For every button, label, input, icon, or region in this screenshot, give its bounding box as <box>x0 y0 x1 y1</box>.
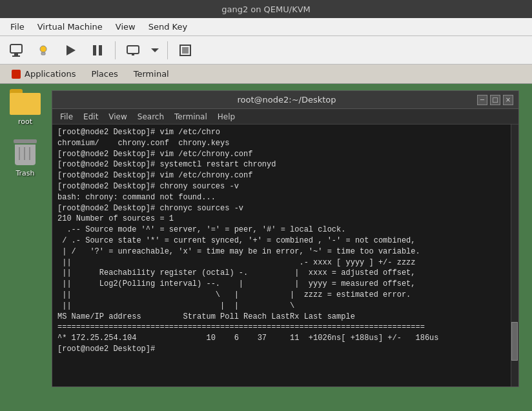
terminal-menu-file[interactable]: File <box>55 111 78 123</box>
terminal-menu-bar: File Edit View Search Terminal Help <box>52 109 518 125</box>
terminal-line: bash: chrony: command not found... <box>57 192 506 203</box>
terminal-title-bar: root@node2:~/Desktop − □ × <box>52 91 518 109</box>
home-folder-icon[interactable]: root <box>3 86 48 128</box>
terminal-content[interactable]: [root@node2 Desktop]# vim /etc/chrochrom… <box>52 125 511 386</box>
terminal-line: [root@node2 Desktop]# vim /etc/chro <box>57 127 506 138</box>
terminal-menu-edit[interactable]: Edit <box>78 111 103 123</box>
terminal-minimize-button[interactable]: − <box>477 95 487 105</box>
terminal-line: [root@node2 Desktop]# vim /etc/chrony.co… <box>57 170 506 181</box>
terminal-line: ========================================… <box>57 322 506 333</box>
svg-rect-6 <box>93 45 96 55</box>
toolbar <box>0 36 532 65</box>
terminal-close-button[interactable]: × <box>503 95 513 105</box>
terminal-line: || | | \ <box>57 301 506 312</box>
svg-rect-0 <box>10 45 22 53</box>
terminal-line: || .- xxxx [ yyyy ] +/- zzzz <box>57 257 506 268</box>
toolbar-separator <box>115 41 116 59</box>
nav-places[interactable]: Places <box>83 66 125 81</box>
title-bar: gang2 on QEMU/KVM <box>0 0 532 18</box>
terminal-line: [root@node2 Desktop]# chrony sources -v <box>57 181 506 192</box>
terminal-body: [root@node2 Desktop]# vim /etc/chrochrom… <box>52 125 518 386</box>
menu-send-key[interactable]: Send Key <box>142 19 194 34</box>
terminal-line: 210 Number of sources = 1 <box>57 214 506 225</box>
terminal-menu-help[interactable]: Help <box>212 111 240 123</box>
terminal-menu-view[interactable]: View <box>103 111 132 123</box>
monitor-button[interactable] <box>4 39 28 62</box>
terminal-line: || \ | | zzzz = estimated error. <box>57 290 506 301</box>
desktop: root Trash root@node2:~/Desktop − □ × <box>0 84 532 411</box>
terminal-line: MS Name/IP address Stratum Poll Reach La… <box>57 312 506 323</box>
terminal-line: [root@node2 Desktop]# chronyc sources -v <box>57 203 506 214</box>
title-text: gang2 on QEMU/KVM <box>221 5 311 14</box>
display-button[interactable] <box>121 39 145 62</box>
play-button[interactable] <box>58 39 83 62</box>
svg-rect-8 <box>127 46 139 54</box>
nav-terminal[interactable]: Terminal <box>126 66 177 81</box>
terminal-line: .-- Source mode '^' = server, '=' = peer… <box>57 225 506 236</box>
svg-marker-5 <box>66 45 76 55</box>
folder-graphic <box>10 89 41 115</box>
terminal-window-controls: − □ × <box>477 95 513 105</box>
terminal-line: [root@node2 Desktop]# <box>57 344 506 355</box>
light-bulb-button[interactable] <box>31 39 56 62</box>
terminal-line: chromium/ chrony.conf chrony.keys <box>57 138 506 149</box>
menu-virtual-machine[interactable]: Virtual Machine <box>31 19 109 34</box>
terminal-title-text: root@node2:~/Desktop <box>96 95 477 105</box>
home-folder-label: root <box>18 117 32 126</box>
fullscreen-button[interactable] <box>173 39 198 62</box>
svg-marker-10 <box>151 48 159 52</box>
terminal-line: || Log2(Polling interval) --. | | yyyy =… <box>57 279 506 290</box>
applications-icon <box>12 70 21 79</box>
app-nav-bar: Applications Places Terminal <box>0 65 532 84</box>
terminal-line: || Reachability register (octal) -. | xx… <box>57 268 506 279</box>
menu-file[interactable]: File <box>4 19 31 34</box>
terminal-scrollbar-thumb <box>511 322 518 361</box>
terminal-line: / .- Source state '*' = current synced, … <box>57 236 506 246</box>
terminal-maximize-button[interactable]: □ <box>490 95 500 105</box>
terminal-scrollbar[interactable] <box>511 125 518 386</box>
menu-view[interactable]: View <box>109 19 142 34</box>
menu-bar: File Virtual Machine View Send Key <box>0 18 532 36</box>
trash-graphic <box>12 138 38 166</box>
svg-rect-1 <box>14 54 18 55</box>
dropdown-button[interactable] <box>148 39 162 62</box>
pause-button[interactable] <box>85 39 110 62</box>
svg-rect-4 <box>41 52 45 55</box>
terminal-line: [root@node2 Desktop]# vim /etc/chrony.co… <box>57 149 506 160</box>
trash-icon[interactable]: Trash <box>3 135 48 180</box>
terminal-line: [root@node2 Desktop]# systemctl restart … <box>57 159 506 170</box>
svg-rect-12 <box>182 47 189 54</box>
nav-applications[interactable]: Applications <box>4 66 83 81</box>
toolbar-separator-2 <box>167 41 168 59</box>
terminal-line: ^* 172.25.254.104 10 6 37 11 +1026ns[ +1… <box>57 333 506 344</box>
terminal-menu-search[interactable]: Search <box>132 111 169 123</box>
svg-rect-7 <box>99 45 102 55</box>
terminal-window: root@node2:~/Desktop − □ × File Edit Vie… <box>52 90 519 387</box>
terminal-line: | / '?' = unreachable, 'x' = time may be… <box>57 246 506 257</box>
svg-rect-2 <box>12 55 20 57</box>
svg-point-3 <box>40 46 46 52</box>
trash-label: Trash <box>15 169 34 177</box>
terminal-menu-terminal[interactable]: Terminal <box>169 111 212 123</box>
svg-rect-9 <box>132 54 134 55</box>
